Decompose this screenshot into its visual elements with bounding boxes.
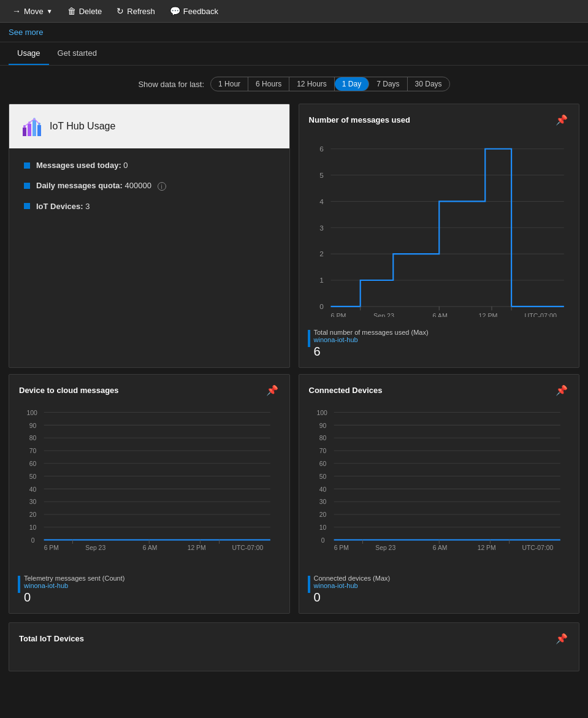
time-btn-30days[interactable]: 30 Days [408, 77, 449, 91]
move-icon: → [12, 6, 21, 16]
time-filter-buttons: 1 Hour 6 Hours 12 Hours 1 Day 7 Days 30 … [210, 77, 450, 91]
stat-dot [24, 162, 30, 169]
delete-button[interactable]: 🗑 Delete [63, 4, 107, 18]
svg-text:60: 60 [29, 460, 37, 467]
svg-text:5: 5 [319, 171, 324, 179]
stat-iot-devices: IoT Devices: 3 [24, 202, 275, 211]
see-more-link[interactable]: See more [0, 23, 588, 42]
stat-daily-quota: Daily messages quota: 400000 i [24, 181, 275, 191]
messages-chart-container: 6 5 4 3 2 1 0 6 PM Sep 23 [299, 133, 579, 324]
svg-text:40: 40 [319, 486, 326, 493]
svg-text:100: 100 [27, 410, 38, 416]
device-cloud-header: Device to cloud messages 📌 [9, 375, 289, 403]
device-cloud-legend-name: winona-iot-hub [24, 582, 124, 589]
svg-text:90: 90 [319, 422, 326, 429]
messages-legend-name: winona-iot-hub [314, 336, 429, 343]
chevron-down-icon: ▼ [47, 8, 53, 15]
total-iot-title: Total IoT Devices [19, 634, 84, 643]
total-iot-section: Total IoT Devices 📌 [0, 622, 588, 680]
svg-text:4: 4 [319, 197, 324, 205]
svg-text:0: 0 [321, 537, 324, 544]
messages-chart-title: Number of messages used [309, 115, 410, 124]
svg-text:6 PM: 6 PM [334, 544, 348, 551]
refresh-button[interactable]: ↻ Refresh [112, 4, 160, 18]
svg-text:90: 90 [29, 422, 37, 429]
connected-devices-footer: Connected devices (Max) winona-iot-hub 0 [299, 570, 579, 613]
messages-legend-value: 6 [314, 345, 429, 359]
legend-bar-3 [308, 576, 310, 593]
legend-bar [308, 330, 310, 347]
messages-chart-header: Number of messages used 📌 [299, 104, 579, 133]
tab-get-started[interactable]: Get started [49, 42, 105, 65]
svg-text:80: 80 [29, 435, 37, 441]
device-cloud-card: Device to cloud messages 📌 100 90 80 70 … [9, 374, 290, 614]
info-icon[interactable]: i [158, 182, 166, 191]
tab-usage[interactable]: Usage [9, 42, 49, 65]
svg-text:60: 60 [319, 460, 326, 467]
refresh-icon: ↻ [116, 6, 124, 16]
svg-rect-2 [32, 120, 36, 136]
time-btn-7days[interactable]: 7 Days [369, 77, 407, 91]
svg-text:6 AM: 6 AM [432, 312, 447, 317]
feedback-button[interactable]: 💬 Feedback [165, 4, 223, 18]
svg-text:50: 50 [29, 473, 37, 480]
iot-stats: Messages used today: 0 Daily messages qu… [9, 148, 289, 234]
feedback-icon: 💬 [170, 6, 180, 16]
svg-rect-1 [28, 124, 31, 136]
svg-text:30: 30 [29, 498, 37, 505]
messages-pin-button[interactable]: 📌 [554, 113, 569, 127]
svg-text:70: 70 [319, 448, 326, 454]
total-iot-pin-button[interactable]: 📌 [554, 632, 569, 646]
device-cloud-legend-value: 0 [24, 590, 124, 605]
messages-chart-card: Number of messages used 📌 6 5 4 3 2 1 0 [299, 104, 580, 368]
svg-text:UTC-07:00: UTC-07:00 [522, 544, 553, 551]
svg-text:Sep 23: Sep 23 [85, 544, 105, 551]
device-cloud-footer: Telemetry messages sent (Count) winona-i… [9, 570, 289, 613]
total-iot-card: Total IoT Devices 📌 [9, 622, 579, 671]
svg-text:50: 50 [319, 473, 326, 480]
connected-devices-chart-container: 100 90 80 70 60 50 40 30 20 10 0 [299, 403, 579, 570]
device-cloud-title: Device to cloud messages [19, 386, 119, 395]
svg-text:10: 10 [29, 524, 37, 531]
device-cloud-legend: Telemetry messages sent (Count) winona-i… [18, 575, 281, 605]
svg-text:0: 0 [319, 302, 324, 310]
svg-text:20: 20 [319, 511, 326, 518]
svg-text:1: 1 [319, 276, 324, 284]
svg-text:6 PM: 6 PM [330, 312, 346, 317]
svg-rect-3 [37, 125, 41, 136]
svg-text:30: 30 [319, 498, 326, 505]
svg-text:40: 40 [29, 486, 37, 493]
connected-devices-svg: 100 90 80 70 60 50 40 30 20 10 0 [307, 403, 572, 563]
move-button[interactable]: → Move ▼ [7, 4, 58, 18]
dashboard-bottom: Device to cloud messages 📌 100 90 80 70 … [0, 374, 588, 622]
messages-chart-svg: 6 5 4 3 2 1 0 6 PM Sep 23 [307, 133, 572, 317]
svg-text:10: 10 [319, 524, 326, 531]
legend-bar-2 [18, 576, 20, 593]
svg-text:0: 0 [31, 537, 35, 544]
device-cloud-pin-button[interactable]: 📌 [265, 383, 280, 397]
iot-card-title: IoT Hub Usage [50, 121, 115, 132]
svg-text:6 AM: 6 AM [143, 544, 158, 551]
connected-devices-pin-button[interactable]: 📌 [554, 383, 569, 397]
time-filter-label: Show data for last: [138, 80, 204, 89]
svg-text:UTC-07:00: UTC-07:00 [524, 312, 556, 317]
iot-hub-icon [21, 115, 44, 137]
stat-dot-2 [24, 183, 30, 189]
connected-devices-legend: Connected devices (Max) winona-iot-hub 0 [308, 575, 571, 605]
total-iot-header: Total IoT Devices 📌 [9, 623, 579, 652]
svg-text:6 PM: 6 PM [44, 544, 59, 551]
device-cloud-legend-label: Telemetry messages sent (Count) [24, 575, 124, 582]
time-btn-1day[interactable]: 1 Day [335, 77, 369, 91]
stat-dot-3 [24, 203, 30, 209]
svg-rect-0 [23, 128, 26, 136]
time-btn-12hours[interactable]: 12 Hours [289, 77, 335, 91]
svg-text:UTC-07:00: UTC-07:00 [232, 544, 263, 551]
time-filter-bar: Show data for last: 1 Hour 6 Hours 12 Ho… [0, 66, 588, 97]
time-btn-1hour[interactable]: 1 Hour [211, 77, 248, 91]
svg-text:Sep 23: Sep 23 [373, 312, 394, 317]
svg-text:100: 100 [316, 410, 327, 416]
svg-text:20: 20 [29, 511, 37, 518]
connected-devices-legend-name: winona-iot-hub [314, 582, 391, 589]
time-btn-6hours[interactable]: 6 Hours [248, 77, 289, 91]
svg-text:2: 2 [319, 250, 324, 258]
